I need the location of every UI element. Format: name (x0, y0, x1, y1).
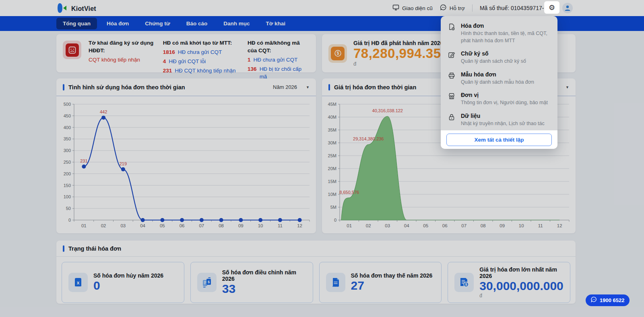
hotline-number: 1900 6522 (600, 297, 624, 303)
settings-gear-button[interactable]: ⚙ (544, 1, 559, 14)
dim-overlay (0, 0, 644, 317)
gear-icon: ⚙ (549, 4, 555, 11)
chat-bubble-icon (591, 296, 597, 304)
view-all-settings-button[interactable]: Xem tất cả thiết lập (446, 134, 552, 146)
hotline-chat-button[interactable]: 1900 6522 (586, 294, 630, 306)
settings-menu-footer: Xem tất cả thiết lập (441, 130, 557, 149)
